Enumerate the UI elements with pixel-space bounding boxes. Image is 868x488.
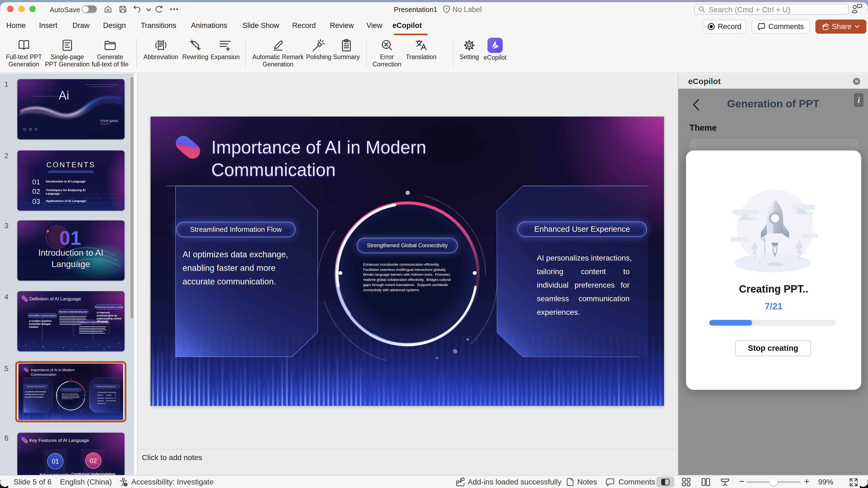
svg-text:creation.: creation.: [29, 326, 38, 328]
svg-text:humanlike dialogue: humanlike dialogue: [29, 323, 51, 325]
svg-text:Definition of AI Language: Definition of AI Language: [29, 296, 81, 301]
svg-text:CONTENTS: CONTENTS: [46, 161, 95, 169]
svg-text:03: 03: [32, 197, 40, 205]
svg-text:Introduction to AI: Introduction to AI: [38, 248, 103, 258]
svg-text:YOUR NAME: YOUR NAME: [100, 119, 118, 123]
svg-text:02: 02: [32, 187, 40, 195]
svg-text:01: 01: [32, 178, 40, 186]
svg-text:Enhancing interaction quality: Enhancing interaction quality: [95, 306, 123, 308]
svg-text:Ai: Ai: [59, 89, 69, 102]
svg-text:02: 02: [90, 457, 97, 464]
svg-text:communication by: communication by: [97, 314, 117, 317]
svg-text:!: !: [125, 483, 126, 486]
svg-text:01: 01: [52, 458, 59, 465]
svg-text:AI enables seamless: AI enables seamless: [29, 320, 52, 322]
svg-text:Applications of AI Language: Applications of AI Language: [46, 199, 86, 202]
svg-text:AI improves: AI improves: [97, 311, 110, 314]
svg-text:Language: Language: [46, 192, 60, 195]
svg-text:Techniques for Analyzing AI: Techniques for Analyzing AI: [46, 188, 86, 192]
svg-text:Humanlike communication: Humanlike communication: [29, 314, 56, 317]
svg-text:effectively.: effectively.: [97, 320, 108, 323]
svg-text:01: 01: [59, 227, 81, 249]
svg-text:Introduction to AI Language: Introduction to AI Language: [46, 180, 86, 183]
svg-text:Language: Language: [52, 259, 90, 269]
svg-text:Machine understanding text: Machine understanding text: [59, 311, 88, 313]
svg-text:Key Features of AI Language: Key Features of AI Language: [29, 438, 89, 443]
svg-text:?: ?: [445, 7, 447, 11]
